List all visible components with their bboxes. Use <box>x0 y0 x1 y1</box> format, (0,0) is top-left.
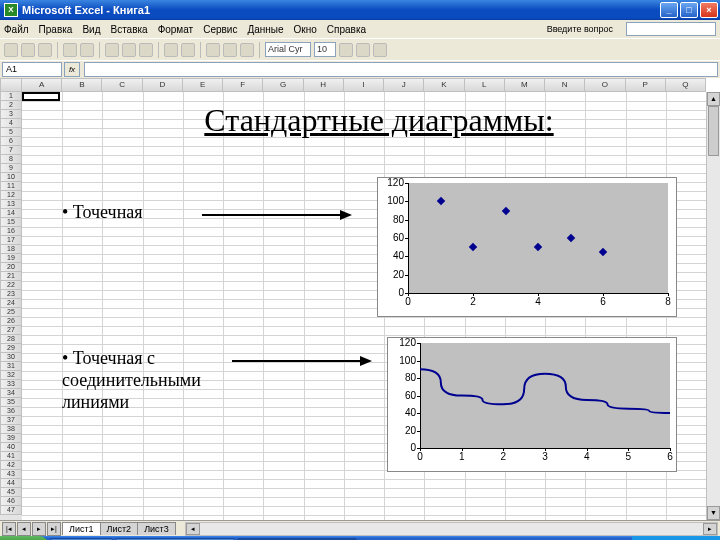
row-header[interactable]: 9 <box>0 164 22 173</box>
redo-button[interactable] <box>181 43 195 57</box>
tab-nav-first[interactable]: |◂ <box>2 522 16 536</box>
column-header[interactable]: J <box>384 78 424 92</box>
row-header[interactable]: 40 <box>0 443 22 452</box>
system-tray[interactable]: RU 9:17 <box>632 536 720 540</box>
sheet-tab-2[interactable]: Лист2 <box>100 522 139 535</box>
column-header[interactable]: B <box>62 78 102 92</box>
row-header[interactable]: 37 <box>0 416 22 425</box>
column-header[interactable]: I <box>344 78 384 92</box>
column-header[interactable]: O <box>585 78 625 92</box>
row-header[interactable]: 22 <box>0 281 22 290</box>
scroll-left-button[interactable]: ◂ <box>186 523 200 535</box>
new-button[interactable] <box>4 43 18 57</box>
row-header[interactable]: 23 <box>0 290 22 299</box>
column-header[interactable]: P <box>626 78 666 92</box>
fx-button[interactable]: fx <box>64 62 80 77</box>
column-header[interactable]: K <box>424 78 464 92</box>
maximize-button[interactable]: □ <box>680 2 698 18</box>
row-header[interactable]: 39 <box>0 434 22 443</box>
row-header[interactable]: 18 <box>0 245 22 254</box>
column-header[interactable]: L <box>465 78 505 92</box>
menu-help[interactable]: Справка <box>327 24 366 35</box>
row-header[interactable]: 15 <box>0 218 22 227</box>
vertical-scrollbar[interactable]: ▲ ▼ <box>706 92 720 520</box>
ask-question-box[interactable]: Введите вопрос <box>547 22 716 36</box>
row-header[interactable]: 13 <box>0 200 22 209</box>
row-header[interactable]: 11 <box>0 182 22 191</box>
row-header[interactable]: 25 <box>0 308 22 317</box>
row-header[interactable]: 30 <box>0 353 22 362</box>
formula-input[interactable] <box>84 62 718 77</box>
row-header[interactable]: 33 <box>0 380 22 389</box>
row-header[interactable]: 29 <box>0 344 22 353</box>
row-header[interactable]: 6 <box>0 137 22 146</box>
chart-line[interactable]: 0204060801001200123456 <box>387 337 677 472</box>
undo-button[interactable] <box>164 43 178 57</box>
row-header[interactable]: 38 <box>0 425 22 434</box>
row-header[interactable]: 26 <box>0 317 22 326</box>
column-header[interactable]: C <box>102 78 142 92</box>
preview-button[interactable] <box>80 43 94 57</box>
close-button[interactable]: × <box>700 2 718 18</box>
column-header[interactable]: E <box>183 78 223 92</box>
chart-scatter[interactable]: 02040608010012002468 <box>377 177 677 317</box>
row-header[interactable]: 8 <box>0 155 22 164</box>
chart-button[interactable] <box>240 43 254 57</box>
menu-format[interactable]: Формат <box>158 24 194 35</box>
row-header[interactable]: 43 <box>0 470 22 479</box>
font-name-combo[interactable]: Arial Cyr <box>265 42 311 57</box>
column-header[interactable]: H <box>304 78 344 92</box>
row-header[interactable]: 12 <box>0 191 22 200</box>
column-header[interactable]: F <box>223 78 263 92</box>
scroll-thumb[interactable] <box>708 106 719 156</box>
cut-button[interactable] <box>105 43 119 57</box>
row-header[interactable]: 5 <box>0 128 22 137</box>
row-header[interactable]: 4 <box>0 119 22 128</box>
sheet-tab-1[interactable]: Лист1 <box>62 522 101 535</box>
row-header[interactable]: 42 <box>0 461 22 470</box>
column-header[interactable]: G <box>263 78 303 92</box>
tab-nav-prev[interactable]: ◂ <box>17 522 31 536</box>
column-header[interactable]: N <box>545 78 585 92</box>
row-header[interactable]: 10 <box>0 173 22 182</box>
scroll-right-button[interactable]: ▸ <box>703 523 717 535</box>
font-size-combo[interactable]: 10 <box>314 42 336 57</box>
row-header[interactable]: 34 <box>0 389 22 398</box>
scroll-down-button[interactable]: ▼ <box>707 506 720 520</box>
menu-view[interactable]: Вид <box>82 24 100 35</box>
sheet-tab-3[interactable]: Лист3 <box>137 522 176 535</box>
menu-data[interactable]: Данные <box>247 24 283 35</box>
menu-window[interactable]: Окно <box>294 24 317 35</box>
row-header[interactable]: 46 <box>0 497 22 506</box>
row-header[interactable]: 45 <box>0 488 22 497</box>
row-header[interactable]: 14 <box>0 209 22 218</box>
column-header[interactable]: Q <box>666 78 706 92</box>
row-header[interactable]: 41 <box>0 452 22 461</box>
print-button[interactable] <box>63 43 77 57</box>
copy-button[interactable] <box>122 43 136 57</box>
bold-button[interactable] <box>339 43 353 57</box>
menu-file[interactable]: Файл <box>4 24 29 35</box>
row-header[interactable]: 36 <box>0 407 22 416</box>
menu-insert[interactable]: Вставка <box>110 24 147 35</box>
tab-nav-next[interactable]: ▸ <box>32 522 46 536</box>
row-header[interactable]: 28 <box>0 335 22 344</box>
tab-nav-last[interactable]: ▸| <box>47 522 61 536</box>
row-header[interactable]: 1 <box>0 92 22 101</box>
row-header[interactable]: 47 <box>0 506 22 515</box>
paste-button[interactable] <box>139 43 153 57</box>
select-all-corner[interactable] <box>0 78 22 92</box>
row-header[interactable]: 24 <box>0 299 22 308</box>
horizontal-scrollbar[interactable]: ◂ ▸ <box>185 522 718 536</box>
row-header[interactable]: 20 <box>0 263 22 272</box>
scroll-up-button[interactable]: ▲ <box>707 92 720 106</box>
minimize-button[interactable]: _ <box>660 2 678 18</box>
column-header[interactable]: A <box>22 78 62 92</box>
start-button[interactable]: пуск <box>0 536 49 540</box>
underline-button[interactable] <box>373 43 387 57</box>
row-header[interactable]: 16 <box>0 227 22 236</box>
open-button[interactable] <box>21 43 35 57</box>
menu-tools[interactable]: Сервис <box>203 24 237 35</box>
row-header[interactable]: 31 <box>0 362 22 371</box>
menu-edit[interactable]: Правка <box>39 24 73 35</box>
